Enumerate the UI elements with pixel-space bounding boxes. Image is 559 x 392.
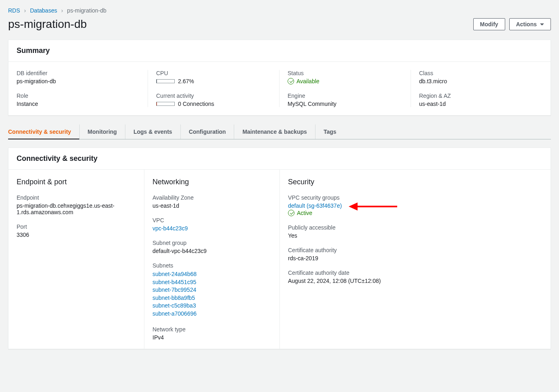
class-label: Class [419, 70, 534, 76]
check-circle-icon [288, 78, 294, 84]
security-column: Security VPC security groups default (sg… [280, 170, 551, 349]
subnet-group-label: Subnet group [152, 240, 271, 246]
publicly-accessible-value: Yes [288, 232, 542, 239]
tab-tags[interactable]: Tags [315, 124, 345, 139]
role-label: Role [17, 93, 140, 99]
security-title: Security [288, 178, 542, 186]
tab-connectivity-security[interactable]: Connectivity & security [8, 124, 80, 139]
region-value: us-east-1d [419, 101, 534, 107]
subnet-link[interactable]: subnet-b4451c95 [152, 278, 271, 287]
summary-panel: Summary DB identifier ps-migration-db Ro… [8, 40, 551, 116]
cpu-value: 2.67% [178, 78, 194, 84]
breadcrumb-current: ps-migration-db [67, 7, 106, 14]
port-value: 3306 [17, 232, 136, 238]
breadcrumb: RDS › Databases › ps-migration-db [8, 7, 551, 14]
connectivity-panel: Connectivity & security Endpoint & port … [8, 148, 551, 349]
chevron-right-icon: › [61, 7, 63, 14]
tab-monitoring[interactable]: Monitoring [80, 124, 125, 139]
activity-value: 0 Connections [178, 101, 214, 107]
status-label: Status [288, 70, 402, 76]
subnets-label: Subnets [152, 262, 271, 269]
subnet-group-value: default-vpc-b44c23c9 [152, 248, 271, 254]
connectivity-title: Connectivity & security [17, 154, 542, 163]
ca-date-label: Certificate authority date [288, 270, 542, 276]
page-title: ps-migration-db [8, 18, 87, 31]
actions-button[interactable]: Actions [509, 18, 551, 30]
db-identifier-label: DB identifier [17, 70, 140, 76]
endpoint-port-title: Endpoint & port [17, 178, 136, 186]
endpoint-value: ps-migration-db.cehxegiggs1e.us-east-1.r… [17, 202, 136, 215]
db-identifier-value: ps-migration-db [17, 78, 140, 84]
summary-header: Summary [8, 40, 551, 62]
activity-label: Current activity [156, 93, 271, 99]
class-value: db.t3.micro [419, 78, 534, 84]
summary-title: Summary [17, 46, 542, 55]
security-groups-label: VPC security groups [288, 194, 542, 201]
cpu-bar [156, 79, 175, 83]
ca-label: Certificate authority [288, 247, 542, 253]
vpc-label: VPC [152, 217, 271, 223]
modify-label: Modify [480, 21, 498, 27]
chevron-right-icon: › [24, 7, 26, 14]
ca-value: rds-ca-2019 [288, 255, 542, 261]
page-header: ps-migration-db Modify Actions [8, 18, 551, 31]
publicly-accessible-label: Publicly accessible [288, 224, 542, 231]
subnet-link[interactable]: subnet-c5c89ba3 [152, 302, 271, 310]
endpoint-port-column: Endpoint & port Endpoint ps-migration-db… [8, 170, 144, 349]
subnet-link[interactable]: subnet-24a94b68 [152, 270, 271, 278]
caret-down-icon [540, 23, 544, 25]
engine-value: MySQL Community [288, 101, 402, 107]
port-label: Port [17, 223, 136, 230]
tab-maintenance-backups[interactable]: Maintenance & backups [234, 124, 315, 139]
engine-label: Engine [288, 93, 402, 99]
region-label: Region & AZ [419, 93, 534, 99]
connectivity-header: Connectivity & security [8, 148, 551, 170]
tab-logs-events[interactable]: Logs & events [125, 124, 181, 139]
subnet-link[interactable]: subnet-7bc99524 [152, 286, 271, 294]
status-value: Available [296, 78, 320, 84]
modify-button[interactable]: Modify [473, 18, 505, 30]
breadcrumb-root[interactable]: RDS [8, 7, 20, 14]
arrow-annotation [349, 203, 397, 210]
networking-column: Networking Availability Zone us-east-1d … [144, 170, 280, 349]
action-buttons: Modify Actions [473, 18, 551, 30]
subnet-link[interactable]: subnet-bb8a9fb5 [152, 294, 271, 302]
actions-label: Actions [516, 21, 537, 27]
ca-date-value: August 22, 2024, 12:08 (UTC±12:08) [288, 278, 542, 284]
tabs: Connectivity & security Monitoring Logs … [8, 124, 551, 139]
network-type-label: Network type [152, 326, 271, 333]
vpc-link[interactable]: vpc-b44c23c9 [152, 225, 271, 232]
security-group-link[interactable]: default (sg-63f4637e) [288, 202, 342, 209]
subnet-link[interactable]: subnet-a7006696 [152, 310, 271, 318]
tab-configuration[interactable]: Configuration [181, 124, 235, 139]
check-circle-icon [288, 210, 294, 216]
az-label: Availability Zone [152, 194, 271, 201]
network-type-value: IPv4 [152, 334, 271, 341]
cpu-label: CPU [156, 70, 271, 76]
endpoint-label: Endpoint [17, 194, 136, 201]
breadcrumb-databases[interactable]: Databases [30, 7, 57, 14]
security-group-status: Active [297, 210, 312, 216]
az-value: us-east-1d [152, 202, 271, 209]
networking-title: Networking [152, 178, 271, 186]
role-value: Instance [17, 101, 140, 107]
connections-bar [156, 102, 175, 106]
